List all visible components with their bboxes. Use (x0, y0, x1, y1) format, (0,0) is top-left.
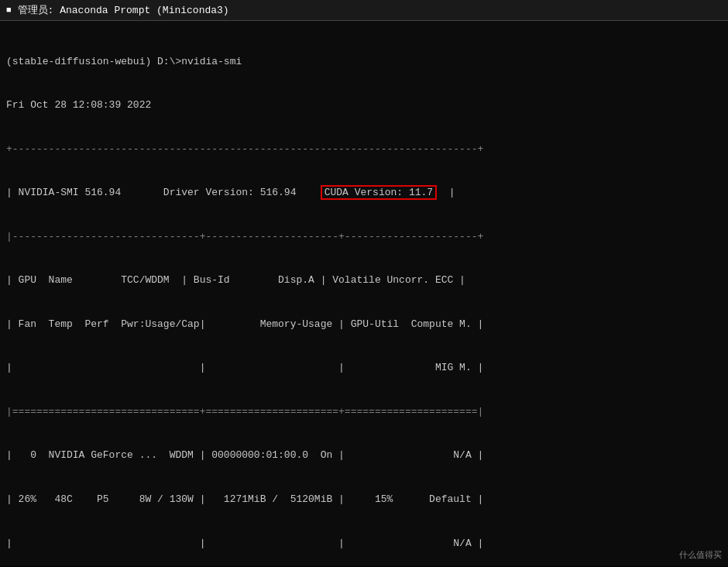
date-line: Fri Oct 28 12:08:39 2022 (6, 98, 722, 113)
gpu-row3: | | | N/A | (6, 537, 722, 552)
watermark: 什么值得买 (679, 549, 722, 561)
cuda-highlight-box: CUDA Version: 11.7 (321, 185, 437, 200)
gpu-row1: | 0 NVIDIA GeForce ... WDDM | 00000000:0… (6, 448, 722, 463)
header-row1: | GPU Name TCC/WDDM | Bus-Id Disp.A | Vo… (6, 273, 722, 288)
title-bar: ■ 管理员: Anaconda Prompt (Miniconda3) (0, 0, 728, 21)
sep1: +---------------------------------------… (6, 143, 722, 157)
sep3: |===============================+=======… (6, 405, 722, 420)
prompt-line: (stable-diffusion-webui) D:\>nvidia-smi (6, 55, 722, 70)
gpu-row2: | 26% 48C P5 8W / 130W | 1271MiB / 5120M… (6, 493, 722, 507)
terminal-body[interactable]: (stable-diffusion-webui) D:\>nvidia-smi … (0, 21, 728, 566)
nvidia-info-line: | NVIDIA-SMI 516.94 Driver Version: 516.… (6, 186, 722, 201)
header-row2: | Fan Temp Perf Pwr:Usage/Cap| Memory-Us… (6, 318, 722, 332)
sep2: |-------------------------------+-------… (6, 230, 722, 245)
title-bar-text: 管理员: Anaconda Prompt (Miniconda3) (18, 3, 229, 17)
header-row3: | | | MIG M. | (6, 361, 722, 376)
title-bar-icon: ■ (6, 5, 12, 15)
